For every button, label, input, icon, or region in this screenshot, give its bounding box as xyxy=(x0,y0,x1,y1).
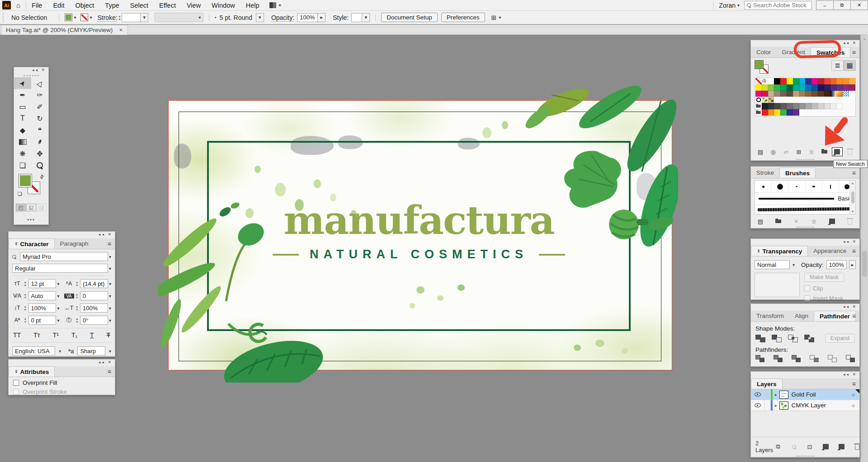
target-circle-icon[interactable]: ○ xyxy=(852,392,855,398)
panel-close-icon[interactable]: ✕ xyxy=(41,68,46,72)
swatch[interactable] xyxy=(836,91,843,97)
crop-icon[interactable] xyxy=(810,355,819,362)
chevron-down-icon[interactable]: ▾ xyxy=(109,318,111,323)
swatch[interactable] xyxy=(780,103,787,109)
menu-item[interactable]: Object xyxy=(75,2,94,9)
layer-thumbnail[interactable] xyxy=(779,401,788,410)
zoom-tool[interactable] xyxy=(31,159,48,171)
symbol-sprayer-tool[interactable]: ❋ xyxy=(14,148,31,159)
swatch[interactable] xyxy=(824,78,830,84)
draw-inside-button[interactable]: ◲ xyxy=(37,204,47,211)
type-tool[interactable]: T xyxy=(14,112,31,124)
character-rotation-input[interactable]: 0° xyxy=(80,316,108,325)
menu-item[interactable]: File xyxy=(32,2,42,9)
brush-definition-value[interactable]: 5 pt. Round xyxy=(219,14,252,21)
font-family-select[interactable]: Myriad Pro xyxy=(20,252,108,261)
panel-collapse-icon[interactable]: ◂◂ xyxy=(99,360,105,364)
curvature-tool[interactable]: ✑ xyxy=(31,89,48,101)
swatch[interactable] xyxy=(811,78,818,84)
antialias-select[interactable]: Sharp xyxy=(77,346,105,355)
horizontal-scale-input[interactable]: 100% xyxy=(80,303,108,313)
tab-layers[interactable]: Layers xyxy=(751,378,783,389)
swatch[interactable] xyxy=(768,84,774,91)
swatch[interactable] xyxy=(818,78,824,84)
leading-input[interactable]: (14.4 pt) xyxy=(80,279,108,288)
rectangle-tool[interactable]: ▭ xyxy=(14,101,31,112)
gradient-tool[interactable] xyxy=(14,136,31,148)
stroke-chevron-icon[interactable]: ▾ xyxy=(90,15,92,20)
pen-tool[interactable]: ✒ xyxy=(14,89,31,101)
stepper-icon[interactable]: ▴▾ xyxy=(76,293,78,299)
pattern-swatch[interactable] xyxy=(755,97,762,103)
stroke-weight-input[interactable] xyxy=(122,13,141,22)
brush-item-basic[interactable]: Basic xyxy=(755,193,855,205)
scroll-up-icon[interactable]: ⌃ xyxy=(863,38,866,43)
fill-color-box[interactable] xyxy=(19,174,32,187)
type-style-button[interactable]: T xyxy=(90,331,94,339)
swatch[interactable] xyxy=(805,78,811,84)
style-chevron[interactable]: ▾ xyxy=(362,13,370,22)
trim-icon[interactable] xyxy=(774,355,783,362)
panel-menu-icon[interactable]: ≡ xyxy=(108,240,111,247)
panel-collapse-icon[interactable]: ◂◂ xyxy=(843,239,850,244)
swatch[interactable] xyxy=(768,109,774,116)
scroll-down-icon[interactable]: ▾ xyxy=(852,210,854,214)
tab-appearance[interactable]: Appearance xyxy=(808,246,852,256)
expand-button[interactable]: Expand xyxy=(825,334,855,343)
restore-button[interactable]: ⧉ xyxy=(833,0,851,10)
swatch[interactable] xyxy=(762,78,768,84)
pattern-swatch[interactable] xyxy=(762,97,768,103)
layer-row[interactable]: ▸ CMYK Layer ○ xyxy=(751,400,859,411)
swatch[interactable] xyxy=(762,109,768,116)
swatch[interactable] xyxy=(774,103,780,109)
tab-paragraph[interactable]: Paragraph xyxy=(55,238,94,249)
swatch[interactable] xyxy=(755,103,762,109)
swatch[interactable] xyxy=(780,84,787,91)
swatch[interactable] xyxy=(818,84,824,91)
arrange-documents-icon[interactable] xyxy=(269,2,276,8)
swatch[interactable] xyxy=(774,84,780,91)
swatch[interactable] xyxy=(793,109,799,116)
home-icon[interactable]: ⌂ xyxy=(16,1,20,9)
font-family-chevron[interactable]: ▾ xyxy=(109,254,111,259)
swatch[interactable] xyxy=(824,91,830,97)
brush-item[interactable] xyxy=(806,181,822,192)
swatch[interactable] xyxy=(780,78,787,84)
fill-chevron-icon[interactable]: ▾ xyxy=(74,15,76,20)
panel-menu-icon[interactable]: ≡ xyxy=(852,247,856,255)
swatch[interactable] xyxy=(787,84,793,91)
visibility-eye-icon[interactable] xyxy=(755,403,761,407)
tab-color[interactable]: Color xyxy=(751,47,776,57)
swatch[interactable] xyxy=(762,91,768,97)
target-circle-icon[interactable]: ○ xyxy=(852,402,855,409)
type-style-button[interactable]: T¹ xyxy=(53,331,59,339)
grid-view-button[interactable]: ▦ xyxy=(844,60,856,71)
vertical-scale-input[interactable]: 100% xyxy=(28,303,57,313)
stepper-icon[interactable]: ▴▾ xyxy=(76,317,78,323)
list-view-button[interactable]: ≣ xyxy=(831,60,844,71)
swatch[interactable] xyxy=(849,78,855,84)
swatch[interactable] xyxy=(787,103,793,109)
panel-close-icon[interactable]: ✕ xyxy=(852,239,857,244)
invert-mask-checkbox[interactable] xyxy=(804,295,810,301)
panel-menu-icon[interactable]: ≡ xyxy=(108,368,111,375)
close-button[interactable]: ✕ xyxy=(850,0,868,10)
chevron-down-icon[interactable]: ▾ xyxy=(109,294,111,299)
swatch[interactable] xyxy=(830,103,837,109)
user-account-label[interactable]: Zoran xyxy=(719,2,736,9)
swatch[interactable] xyxy=(818,91,824,97)
expand-caret-icon[interactable]: ▸ xyxy=(775,403,777,408)
menu-item[interactable]: Help xyxy=(246,2,259,9)
swatch-kinds-icon[interactable]: ⊞ xyxy=(794,148,804,156)
tab-stroke[interactable]: Stroke xyxy=(751,168,779,178)
outline-icon[interactable] xyxy=(828,355,837,362)
delete-brush-icon[interactable] xyxy=(845,217,855,225)
swatch[interactable] xyxy=(780,91,787,97)
panel-collapse-icon[interactable]: ◂◂ xyxy=(99,232,105,237)
swatch[interactable] xyxy=(793,103,799,109)
stepper-icon[interactable]: ▴▾ xyxy=(24,305,26,311)
merge-icon[interactable] xyxy=(792,355,801,362)
default-fill-stroke-icon[interactable]: ❏ xyxy=(18,191,22,197)
variable-width-profile-dropdown[interactable]: ▾ xyxy=(155,13,203,22)
panel-menu-icon[interactable]: ≡ xyxy=(852,49,856,56)
